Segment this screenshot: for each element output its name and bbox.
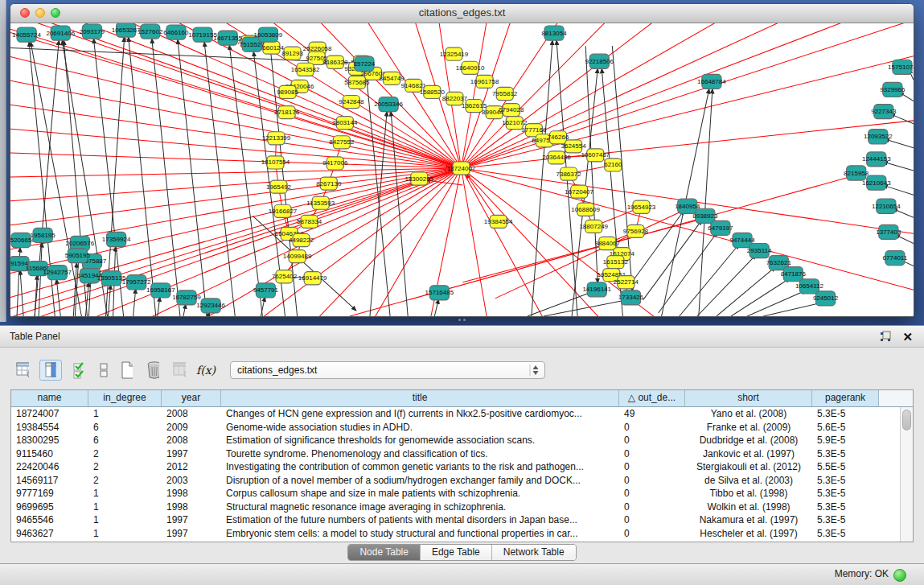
float-panel-icon[interactable] <box>880 331 891 342</box>
table-cell[interactable]: 0 <box>619 487 685 501</box>
table-cell[interactable]: 5.3E-5 <box>812 474 879 488</box>
graph-edge[interactable] <box>10 168 461 177</box>
graph-edge[interactable] <box>885 139 914 148</box>
graph-edge[interactable] <box>204 42 235 316</box>
graph-edge[interactable] <box>434 299 438 316</box>
graph-node[interactable]: 10688609 <box>571 203 600 216</box>
table-cell[interactable]: 1997 <box>162 513 221 527</box>
graph-node[interactable]: 8267130 <box>316 177 342 190</box>
table-cell[interactable]: Tibbo et al. (1998) <box>685 487 812 501</box>
table-cell[interactable]: 6 <box>88 434 162 447</box>
graph-edge[interactable] <box>461 23 608 168</box>
table-cell[interactable]: 5.3E-5 <box>812 487 879 501</box>
table-row[interactable]: 911546021997Tourette syndrome. Phenomeno… <box>11 447 901 461</box>
table-cell[interactable]: 0 <box>619 501 685 514</box>
column-header-name[interactable]: name <box>11 390 88 406</box>
graph-edge[interactable] <box>659 232 717 313</box>
graph-node[interactable]: 2803144 <box>332 117 358 130</box>
graph-node[interactable]: 1527602 <box>138 24 163 39</box>
graph-node[interactable]: 6466160 <box>163 25 189 39</box>
graph-node[interactable]: 7955812 <box>492 87 518 100</box>
graph-node[interactable]: 5905195 <box>65 249 91 263</box>
graph-node[interactable]: 9227343 <box>871 105 897 119</box>
network-table-select[interactable]: citations_edges.txt <box>230 361 545 379</box>
graph-edge[interactable] <box>461 168 487 316</box>
table-cell[interactable]: Nakamura et al. (1997) <box>685 513 812 527</box>
table-row[interactable]: 1872400712008Changes of HCN gene express… <box>11 407 901 421</box>
table-cell[interactable]: 22420046 <box>11 460 88 474</box>
graph-node[interactable]: 14055724 <box>12 27 41 42</box>
graph-edge[interactable] <box>747 290 806 316</box>
table-cell[interactable]: 1 <box>88 487 162 501</box>
graph-node[interactable]: 20053346 <box>374 97 403 112</box>
column-header-outde[interactable]: △ out_de... <box>619 390 685 406</box>
graph-node[interactable]: 6479197 <box>708 220 733 235</box>
table-cell[interactable]: 1997 <box>162 447 221 461</box>
table-cell[interactable]: 2008 <box>162 434 221 447</box>
vertical-scrollbar[interactable] <box>900 407 913 542</box>
table-cell[interactable]: 1 <box>88 527 162 541</box>
table-cell[interactable]: 1 <box>88 513 162 527</box>
new-table-icon[interactable] <box>115 360 138 381</box>
graph-node[interactable]: 19166827 <box>269 204 298 217</box>
tab-edge-table[interactable]: Edge Table <box>421 545 492 560</box>
table-cell[interactable]: 5.3E-5 <box>812 527 879 541</box>
table-row[interactable]: 1830029562008Estimation of significance … <box>11 434 901 447</box>
graph-edge[interactable] <box>461 23 656 168</box>
table-cell[interactable]: 14569117 <box>11 474 88 488</box>
graph-node[interactable]: 8215958 <box>844 166 869 180</box>
table-mode-icon[interactable] <box>11 360 34 381</box>
table-cell[interactable]: 2008 <box>162 407 221 421</box>
graph-node[interactable]: 62160 <box>604 159 622 171</box>
table-row[interactable]: 1938455462009Genome-wide association stu… <box>11 421 901 435</box>
graph-node[interactable]: 14196141 <box>582 282 611 297</box>
graph-window-titlebar[interactable]: citations_edges.txt <box>10 4 914 23</box>
close-panel-icon[interactable]: ✕ <box>902 331 913 343</box>
graph-edge[interactable] <box>461 168 914 290</box>
graph-node[interactable]: 1377403 <box>876 225 901 239</box>
graph-edge[interactable] <box>10 168 461 225</box>
graph-node[interactable]: 12444153 <box>862 152 891 167</box>
table-cell[interactable]: 49 <box>619 407 685 421</box>
graph-edge[interactable] <box>178 39 207 316</box>
table-cell[interactable]: 0 <box>619 513 685 527</box>
table-cell[interactable]: 0 <box>619 447 685 461</box>
graph-edge[interactable] <box>763 303 822 316</box>
table-cell[interactable]: 5.3E-5 <box>812 501 879 514</box>
table-row[interactable]: 946554611997Estimation of the future num… <box>11 513 901 527</box>
table-cell[interactable]: 0 <box>619 421 685 435</box>
table-cell[interactable]: Genome-wide association studies in ADHD. <box>221 421 619 435</box>
table-cell[interactable]: Disruption of a novel member of a sodium… <box>221 474 619 488</box>
function-builder-icon[interactable]: f(x) <box>195 360 217 381</box>
table-row[interactable]: 1456911722003Disruption of a novel membe… <box>11 474 901 488</box>
graph-edge[interactable] <box>528 292 592 316</box>
table-cell[interactable]: 6 <box>88 421 162 435</box>
column-header-indegree[interactable]: in_degree <box>88 390 162 406</box>
table-cell[interactable]: Changes of HCN gene expression and I(f) … <box>221 407 619 421</box>
graph-node[interactable]: 9417006 <box>322 157 348 170</box>
graph-node[interactable]: 16210643 <box>862 175 891 190</box>
table-cell[interactable]: 2003 <box>162 474 221 488</box>
graph-edge[interactable] <box>133 289 136 316</box>
graph-node[interactable]: 6774011 <box>883 251 908 266</box>
graph-node[interactable]: 8813054 <box>541 26 567 40</box>
table-cell[interactable]: 5.5E-5 <box>812 460 879 474</box>
graph-node[interactable]: 17359924 <box>102 232 131 246</box>
panel-divider-grip[interactable] <box>455 319 468 323</box>
table-cell[interactable]: 9115460 <box>11 447 88 461</box>
table-cell[interactable]: 5.3E-5 <box>812 513 879 527</box>
table-cell[interactable]: 2 <box>88 447 162 461</box>
table-cell[interactable]: 1 <box>88 407 162 421</box>
graph-node[interactable]: 1733426 <box>618 290 644 305</box>
table-row[interactable]: 946362711997Embryonic stem cells: a mode… <box>11 527 901 541</box>
graph-node[interactable]: 12093522 <box>864 130 893 144</box>
table-cell[interactable]: 9463627 <box>11 527 88 541</box>
table-cell[interactable]: 0 <box>619 527 685 541</box>
graph-edge[interactable] <box>883 185 914 195</box>
graph-edge[interactable] <box>697 255 756 316</box>
table-cell[interactable]: Estimation of significance thresholds fo… <box>221 434 619 447</box>
table-cell[interactable]: Wolkin et al. (1998) <box>685 501 812 514</box>
table-row[interactable]: 969969511998Structural magnetic resonanc… <box>11 501 901 514</box>
table-cell[interactable]: 18724007 <box>11 407 88 421</box>
graph-edge[interactable] <box>129 37 156 316</box>
